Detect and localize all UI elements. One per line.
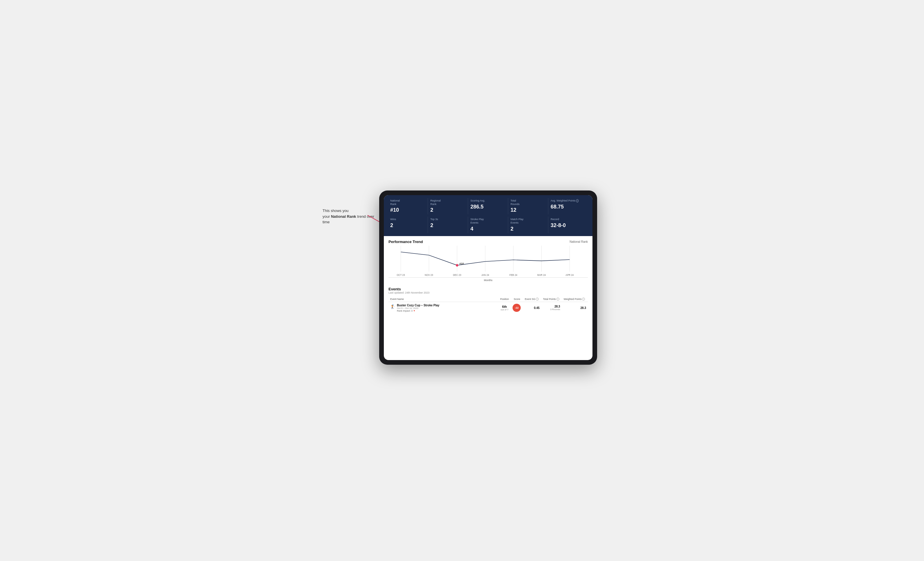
stat-match-play-events: Match PlayEvents 2 bbox=[508, 217, 548, 233]
svg-text:MAR 24: MAR 24 bbox=[537, 273, 546, 276]
stat-record: Record 32-8-0 bbox=[548, 217, 588, 233]
performance-section: Performance Trend National Rank bbox=[384, 236, 592, 284]
svg-point-9 bbox=[456, 264, 458, 266]
events-title: Events bbox=[388, 287, 588, 291]
svg-text:DEC 23: DEC 23 bbox=[453, 273, 461, 276]
stat-avg-weighted-points: Avg. Weighted Points i 68.75 bbox=[548, 198, 588, 214]
svg-text:OCT 23: OCT 23 bbox=[397, 273, 405, 276]
svg-text:FEB 24: FEB 24 bbox=[509, 273, 517, 276]
performance-chart: #10 OCT 23 NOV 23 DEC 23 JAN 24 FEB 24 M… bbox=[388, 246, 588, 278]
table-row: 🏌 Buster Cozy Cup – Stroke Play Oct 9 – … bbox=[388, 302, 588, 314]
col-score: Score bbox=[511, 296, 523, 302]
stat-stroke-play-events: Stroke PlayEvents 4 bbox=[468, 217, 508, 233]
col-total-points: Total Points i bbox=[542, 296, 562, 302]
x-axis-label: Months bbox=[388, 279, 588, 282]
annotation-bold: National Rank bbox=[331, 214, 356, 218]
col-position: Position bbox=[498, 296, 511, 302]
chart-svg: #10 OCT 23 NOV 23 DEC 23 JAN 24 FEB 24 M… bbox=[388, 246, 588, 277]
score-badge: -22 bbox=[513, 304, 521, 312]
event-position: 6th bbox=[500, 305, 509, 308]
tablet-screen: NationalRank #10 RegionalRank 2 Scoring … bbox=[384, 195, 592, 360]
event-position-sub: out of 7 bbox=[500, 308, 509, 311]
stat-regional-rank: RegionalRank 2 bbox=[428, 198, 468, 214]
stat-total-rounds: TotalRounds 12 bbox=[508, 198, 548, 214]
perf-header: Performance Trend National Rank bbox=[388, 239, 588, 244]
event-date: Oct 9 – Oct 10, 2023 bbox=[397, 307, 440, 310]
event-total-points-cell: 28.3 3 Rounds bbox=[542, 302, 562, 314]
events-table: Event Name Position Score Event SG i bbox=[388, 296, 588, 314]
events-section: Events Last updated: 24th November 2023 … bbox=[384, 284, 592, 360]
events-last-updated: Last updated: 24th November 2023 bbox=[388, 291, 588, 294]
stats-row-2: Wins 2 Top 3s 2 Stroke PlayEvents 4 Matc… bbox=[384, 217, 592, 236]
event-icon: 🏌 bbox=[390, 304, 395, 309]
perf-subtitle: National Rank bbox=[570, 240, 588, 243]
svg-text:JAN 24: JAN 24 bbox=[482, 273, 489, 276]
annotation-text: This shows you your National Rank trend … bbox=[322, 208, 381, 225]
event-sg-cell: 0.45 bbox=[523, 302, 542, 314]
svg-text:NOV 23: NOV 23 bbox=[425, 273, 433, 276]
stat-top3s: Top 3s 2 bbox=[428, 217, 468, 233]
event-name-cell: 🏌 Buster Cozy Cup – Stroke Play Oct 9 – … bbox=[388, 302, 498, 314]
event-rank-impact: Rank Impact: 3 ▼ bbox=[397, 310, 440, 312]
perf-title: Performance Trend bbox=[388, 239, 423, 244]
rank-arrow-down-icon: ▼ bbox=[413, 310, 416, 312]
event-score-cell: -22 bbox=[511, 302, 523, 314]
event-total-points: 28.3 bbox=[543, 305, 560, 308]
event-weighted-points: 28.3 bbox=[564, 306, 586, 310]
event-weighted-points-cell: 28.3 bbox=[562, 302, 588, 314]
event-total-points-sub: 3 Rounds bbox=[543, 308, 560, 311]
event-title: Buster Cozy Cup – Stroke Play bbox=[397, 304, 440, 307]
tablet-device: NationalRank #10 RegionalRank 2 Scoring … bbox=[379, 190, 597, 365]
event-position-cell: 6th out of 7 bbox=[498, 302, 511, 314]
stat-national-rank: NationalRank #10 bbox=[388, 198, 428, 214]
stats-row-1: NationalRank #10 RegionalRank 2 Scoring … bbox=[384, 195, 592, 217]
stat-scoring-avg: Scoring Avg. 286.5 bbox=[468, 198, 508, 214]
col-event-name: Event Name bbox=[388, 296, 498, 302]
stat-wins: Wins 2 bbox=[388, 217, 428, 233]
col-weighted-points: Weighted Points i bbox=[562, 296, 588, 302]
svg-text:APR 24: APR 24 bbox=[566, 273, 574, 276]
col-event-sg: Event SG i bbox=[523, 296, 542, 302]
event-sg-value: 0.45 bbox=[525, 306, 540, 310]
annotation-line2: your bbox=[322, 214, 331, 218]
svg-text:#10: #10 bbox=[459, 262, 464, 265]
annotation-line1: This shows you bbox=[322, 208, 349, 213]
